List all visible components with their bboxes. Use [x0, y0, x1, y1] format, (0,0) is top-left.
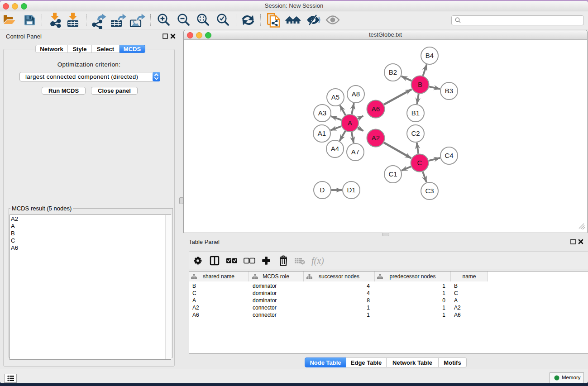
svg-text:A: A — [348, 119, 352, 127]
svg-text:C4: C4 — [445, 152, 453, 159]
svg-text:C1: C1 — [388, 170, 397, 178]
svg-text:D1: D1 — [347, 186, 355, 194]
svg-text:A5: A5 — [331, 93, 339, 101]
svg-text:C: C — [417, 159, 422, 167]
svg-text:B1: B1 — [411, 109, 420, 117]
svg-text:A4: A4 — [331, 145, 339, 152]
svg-text:B4: B4 — [425, 52, 434, 59]
svg-text:C3: C3 — [425, 187, 434, 195]
svg-text:A8: A8 — [352, 90, 360, 98]
svg-text:A2: A2 — [372, 134, 380, 142]
svg-text:D: D — [320, 186, 325, 194]
svg-text:A7: A7 — [351, 148, 359, 156]
svg-text:B: B — [418, 81, 422, 88]
svg-text:C2: C2 — [411, 129, 420, 137]
svg-text:A3: A3 — [318, 109, 326, 117]
svg-text:A1: A1 — [318, 129, 326, 137]
svg-text:f(x): f(x) — [311, 256, 324, 266]
svg-text:B3: B3 — [445, 87, 453, 95]
svg-text:B2: B2 — [389, 68, 397, 76]
svg-text:A6: A6 — [372, 105, 380, 113]
